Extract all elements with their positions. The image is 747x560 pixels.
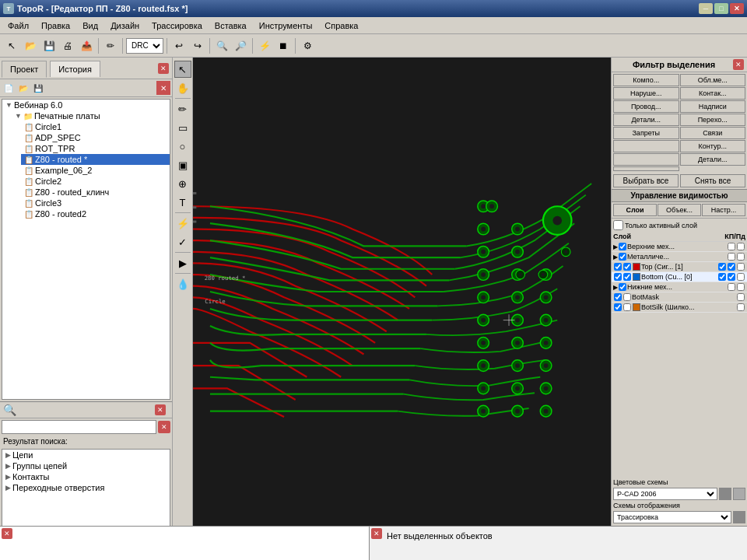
- tree-item-z80-routed[interactable]: 📋Z80 - routed *: [21, 154, 170, 165]
- droplet-tool[interactable]: 💧: [174, 275, 191, 292]
- layer-metal-cb[interactable]: [619, 253, 626, 261]
- save-file[interactable]: 💾: [40, 37, 58, 54]
- filter-wires[interactable]: Провод...: [613, 100, 679, 113]
- layer-bottom[interactable]: Bottom (Cu... [0]: [612, 272, 747, 282]
- maximize-button[interactable]: □: [714, 3, 728, 14]
- color-scheme-btn1[interactable]: [719, 488, 731, 500]
- filter-empty3[interactable]: [613, 166, 679, 171]
- settings-tool[interactable]: ⚙: [299, 37, 316, 54]
- layer-botsilk-cb[interactable]: [614, 303, 622, 311]
- tree-item-circle2[interactable]: 📋Circle2: [21, 176, 170, 187]
- tree-item-adp[interactable]: 📋ADP_SPEC: [21, 132, 170, 143]
- filter-vias[interactable]: Перехо...: [680, 114, 746, 126]
- layer-botmask-cb[interactable]: [614, 293, 622, 301]
- layer-metal[interactable]: ▶ Металличе...: [612, 252, 747, 262]
- panel-close[interactable]: ✕: [158, 63, 169, 74]
- route-tool-v[interactable]: ⚡: [174, 215, 191, 232]
- menu-route[interactable]: Трассировка: [146, 19, 209, 32]
- tree-item-z80-routed2[interactable]: 📋Z80 - routed2: [21, 208, 170, 219]
- layer-botmask-vis[interactable]: [623, 293, 631, 301]
- route-tool[interactable]: ⚡: [256, 37, 273, 54]
- tool-b1[interactable]: ✏: [102, 37, 119, 54]
- tree-item-circle3[interactable]: 📋Circle3: [21, 198, 170, 208]
- circle-tool[interactable]: ○: [174, 138, 191, 155]
- search-results[interactable]: ▶ Цепи ▶ Группы цепей ▶ Контакты ▶ Перех…: [2, 449, 170, 527]
- layer-lower-mech[interactable]: ▶ Нижние мех...: [612, 282, 747, 292]
- filter-details2[interactable]: Детали...: [680, 153, 746, 166]
- tree-item-example[interactable]: 📋Example_06_2: [21, 165, 170, 176]
- layer-lowmech-cb[interactable]: [619, 283, 626, 291]
- layer-top-vis-cb[interactable]: [623, 263, 631, 271]
- search-item-netgroups[interactable]: ▶ Группы цепей: [2, 460, 170, 471]
- color-scheme-select[interactable]: P-CAD 2006: [613, 488, 717, 500]
- objects-tab[interactable]: Объек...: [658, 204, 701, 216]
- menu-design[interactable]: Дизайн: [104, 19, 146, 32]
- filter-rules[interactable]: Запреты: [613, 127, 679, 139]
- filter-empty1[interactable]: [613, 140, 679, 152]
- search-item-nets[interactable]: ▶ Цепи: [2, 450, 170, 460]
- pcb-canvas[interactable]: CU AD Chan 280 routed * Circle: [193, 58, 611, 526]
- search-input[interactable]: [2, 420, 156, 434]
- menu-edit[interactable]: Правка: [35, 19, 76, 32]
- tree-delete[interactable]: ✕: [156, 81, 170, 95]
- fill-tool[interactable]: ▣: [174, 156, 191, 173]
- arrow-tool[interactable]: ↖: [174, 61, 191, 78]
- filter-links[interactable]: Связи: [680, 127, 746, 139]
- filter-contacts[interactable]: Контак...: [680, 87, 746, 100]
- search-item-vias[interactable]: ▶ Переходные отверстия: [2, 482, 170, 493]
- tree-root[interactable]: ▼ Вебинар 6.0: [2, 100, 170, 110]
- menu-insert[interactable]: Вставка: [209, 19, 253, 32]
- search-item-contacts[interactable]: ▶ Контакты: [2, 471, 170, 482]
- pad-tool[interactable]: ⊕: [174, 175, 191, 192]
- tab-project[interactable]: Проект: [2, 61, 47, 78]
- color-scheme-btn2[interactable]: [733, 488, 745, 500]
- canvas-area[interactable]: ↖ ✋ ✏ ▭ ○ ▣ ⊕ T ⚡ ✓ ▶ 💧: [173, 58, 611, 526]
- tree-item-circle1[interactable]: 📋Circle1: [21, 121, 170, 132]
- menu-help[interactable]: Справка: [318, 19, 364, 32]
- hand-tool[interactable]: ✋: [174, 79, 191, 96]
- export[interactable]: 📤: [78, 37, 95, 54]
- layer-bot-vis-cb[interactable]: [623, 273, 631, 281]
- rectangle-tool[interactable]: ▭: [174, 119, 191, 136]
- bottom-left-close[interactable]: ✕: [2, 528, 12, 539]
- filter-contour[interactable]: Контур...: [680, 140, 746, 152]
- pencil-tool[interactable]: ✏: [174, 100, 191, 117]
- print[interactable]: 🖨: [59, 37, 76, 54]
- redo[interactable]: ↪: [189, 37, 206, 54]
- layers-tab[interactable]: Слои: [613, 204, 657, 216]
- clear-all-button[interactable]: Снять все: [680, 174, 745, 187]
- display-scheme-btn[interactable]: [733, 511, 745, 523]
- menu-file[interactable]: Файл: [2, 19, 35, 32]
- filter-labels[interactable]: Надписи: [680, 100, 746, 113]
- layer-botsilk-vis[interactable]: [623, 303, 631, 311]
- filter-components[interactable]: Компо...: [613, 74, 679, 86]
- minimize-button[interactable]: ─: [699, 3, 713, 14]
- bottom-right-close[interactable]: ✕: [371, 528, 382, 539]
- stop-tool[interactable]: ⏹: [275, 37, 292, 54]
- layer-visible-cb[interactable]: [619, 243, 626, 250]
- layer-top-cb[interactable]: [614, 263, 622, 271]
- tree-item-z80-klinch[interactable]: 📋Z80 - routed_клинч: [21, 187, 170, 198]
- layer-top[interactable]: Top (Сиг... [1]: [612, 262, 747, 272]
- filter-violations[interactable]: Наруше...: [613, 87, 679, 100]
- play-tool[interactable]: ▶: [174, 254, 191, 271]
- select-tool[interactable]: ↖: [3, 37, 20, 54]
- select-all-button[interactable]: Выбрать все: [613, 174, 679, 187]
- tab-history[interactable]: История: [50, 61, 100, 77]
- active-layer-checkbox[interactable]: [613, 220, 623, 230]
- tree-new[interactable]: 📄: [2, 81, 16, 95]
- check-tool[interactable]: ✓: [174, 233, 191, 250]
- close-button[interactable]: ✕: [730, 3, 744, 14]
- menu-tools[interactable]: Инструменты: [253, 19, 319, 32]
- open-file[interactable]: 📂: [22, 37, 39, 54]
- layer-botsilk[interactable]: BotSilk (Шилко...: [612, 303, 747, 313]
- text-tool[interactable]: T: [174, 194, 191, 211]
- undo[interactable]: ↩: [170, 37, 188, 54]
- menu-view[interactable]: Вид: [76, 19, 104, 32]
- tree-open[interactable]: 📂: [16, 81, 30, 95]
- search-clear-button[interactable]: ✕: [158, 421, 170, 433]
- zoom-in[interactable]: 🔍: [213, 37, 230, 54]
- tree-item-rot[interactable]: 📋ROT_TPR: [21, 143, 170, 154]
- layer-botmask[interactable]: BotMask: [612, 292, 747, 303]
- settings-tab[interactable]: Настр...: [702, 204, 745, 216]
